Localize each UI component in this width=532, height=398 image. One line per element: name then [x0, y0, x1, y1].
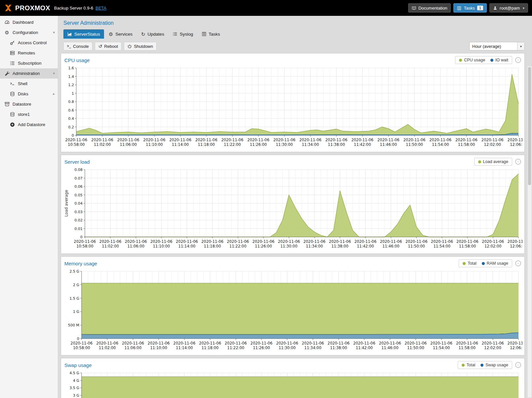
svg-text:2020-11-06: 2020-11-06	[143, 138, 165, 142]
svg-text:2020-11-06: 2020-11-06	[227, 239, 249, 244]
svg-text:2020-11-06: 2020-11-06	[302, 341, 324, 346]
svg-text:0.6: 0.6	[68, 108, 74, 113]
sidebar-item-store1[interactable]: store1	[0, 109, 58, 119]
svg-text:2020-11-06: 2020-11-06	[329, 239, 351, 244]
collapse-icon[interactable]: −	[515, 362, 521, 368]
svg-text:2020-11-06: 2020-11-06	[225, 341, 247, 346]
chart-legend: CPU usage IO wait	[455, 56, 512, 64]
power-icon	[127, 44, 132, 49]
svg-text:11:14:00: 11:14:00	[178, 244, 195, 249]
svg-text:11:46:00: 11:46:00	[380, 142, 397, 147]
svg-text:2020-11-06: 2020-11-06	[169, 138, 192, 142]
svg-text:2020-11-06: 2020-11-06	[148, 341, 170, 346]
server-load-panel: Server load Load average − 00.010.020.03…	[61, 155, 525, 254]
svg-text:11:46:00: 11:46:00	[381, 346, 399, 350]
terminal-icon	[9, 81, 15, 86]
legend-item: CPU usage	[459, 58, 485, 62]
sidebar-item-add-datastore[interactable]: Add Datastore	[0, 119, 58, 130]
sidebar-item-access-control[interactable]: Access Control	[0, 38, 58, 48]
svg-text:11:02:00: 11:02:00	[102, 244, 119, 249]
tab-serverstatus[interactable]: ServerStatus	[63, 29, 104, 39]
vertical-scrollbar[interactable]	[527, 66, 532, 398]
collapse-icon[interactable]: −	[515, 57, 521, 63]
tab-updates[interactable]: ↻ Updates	[137, 29, 168, 39]
svg-text:2020-11-06: 2020-11-06	[125, 239, 147, 244]
sidebar-item-datastore[interactable]: Datastore	[0, 99, 58, 109]
sidebar-item-shell[interactable]: Shell	[0, 79, 58, 89]
panel-header: Memory usage Total RAM usage −	[61, 257, 524, 269]
shutdown-button[interactable]: Shutdown	[124, 42, 157, 50]
svg-text:11:58:00: 11:58:00	[458, 142, 475, 147]
collapse-icon[interactable]: −	[515, 260, 521, 266]
svg-text:11:06:00: 11:06:00	[127, 244, 145, 249]
svg-text:3 G: 3 G	[73, 393, 79, 398]
console-icon: >_	[67, 45, 71, 48]
legend-dot	[459, 59, 462, 62]
svg-text:11:58:00: 11:58:00	[459, 346, 476, 350]
sidebar-item-administration[interactable]: Administration ▾	[0, 68, 58, 79]
svg-text:2020-11-06: 2020-11-06	[431, 239, 453, 244]
tasks-button[interactable]: Tasks 1	[453, 3, 487, 13]
legend-item: RAM usage	[482, 261, 508, 266]
svg-text:11:10:00: 11:10:00	[153, 244, 170, 249]
svg-text:11:50:00: 11:50:00	[407, 346, 424, 350]
svg-text:11:30:00: 11:30:00	[279, 346, 296, 350]
svg-text:11:42:00: 11:42:00	[356, 346, 373, 350]
main-content: Server Administration ServerStatus ⚙ Ser…	[58, 16, 532, 398]
reboot-button[interactable]: ↺ Reboot	[95, 42, 122, 50]
tab-services[interactable]: ⚙ Services	[105, 29, 136, 39]
gauge-icon	[4, 20, 10, 25]
svg-text:11:26:00: 11:26:00	[250, 142, 267, 147]
scrollbar-thumb[interactable]	[528, 67, 531, 185]
svg-text:2020-11-06: 2020-11-06	[482, 239, 504, 244]
timeframe-select[interactable]: Hour (average) ▾	[469, 42, 525, 50]
sidebar-item-disks[interactable]: Disks ▸	[0, 89, 58, 99]
svg-text:2020-11-06: 2020-11-06	[456, 239, 479, 244]
panel-title: CPU usage	[64, 57, 455, 63]
svg-text:2020-11-06: 2020-11-06	[380, 239, 402, 244]
svg-text:11:34:00: 11:34:00	[302, 142, 319, 147]
svg-text:11:22:00: 11:22:00	[230, 244, 247, 249]
svg-text:2020-11-06: 2020-11-06	[99, 239, 122, 244]
svg-text:1.4: 1.4	[68, 75, 74, 79]
sidebar-item-remotes[interactable]: Remotes	[0, 48, 58, 58]
sidebar-item-subscription[interactable]: Subscription	[0, 58, 58, 68]
tab-syslog[interactable]: Syslog	[169, 29, 197, 39]
svg-text:0.04: 0.04	[75, 201, 83, 206]
svg-text:4.5 G: 4.5 G	[69, 371, 79, 375]
chart-legend: Total Swap usage	[458, 361, 512, 369]
legend-item: Swap usage	[480, 363, 508, 367]
svg-text:0.8: 0.8	[68, 100, 74, 104]
legend-item: IO wait	[490, 58, 508, 62]
svg-text:1.2: 1.2	[68, 83, 74, 87]
add-icon	[9, 122, 15, 127]
svg-text:2020-11-06: 2020-11-06	[250, 341, 272, 346]
documentation-button[interactable]: Documentation	[408, 3, 451, 13]
beta-link[interactable]: BETA	[95, 6, 106, 11]
svg-text:11:42:00: 11:42:00	[354, 142, 371, 147]
reboot-icon: ↺	[98, 44, 102, 49]
remotes-icon	[9, 50, 15, 56]
user-menu-button[interactable]: root@pam ▾	[489, 3, 528, 13]
svg-text:10:58:00: 10:58:00	[68, 142, 85, 147]
chevron-down-icon: ▾	[53, 30, 55, 35]
legend-dot	[463, 262, 466, 265]
svg-text:11:50:00: 11:50:00	[406, 142, 423, 147]
collapse-icon[interactable]: −	[515, 159, 521, 165]
svg-text:11:14:00: 11:14:00	[172, 142, 189, 147]
database-icon	[9, 112, 15, 117]
chart-area-icon	[67, 32, 72, 36]
svg-text:0: 0	[80, 235, 83, 239]
svg-text:11:02:00: 11:02:00	[99, 346, 116, 350]
tab-tasks[interactable]: Tasks	[198, 29, 224, 39]
sidebar-item-configuration[interactable]: ⚙ Configuration ▾	[0, 27, 58, 38]
console-button[interactable]: >_ Console	[63, 42, 92, 50]
svg-text:2020-11-06: 2020-11-06	[379, 341, 401, 346]
svg-text:2020-11-06: 2020-11-06	[117, 138, 139, 142]
svg-text:1.5 G: 1.5 G	[69, 296, 79, 301]
sidebar: Dashboard ⚙ Configuration ▾ Access Contr…	[0, 16, 58, 398]
svg-text:11:34:00: 11:34:00	[304, 346, 322, 350]
cpu-usage-panel: CPU usage CPU usage IO wait − 00.20.40.6…	[61, 53, 525, 152]
sidebar-item-dashboard[interactable]: Dashboard	[0, 17, 58, 27]
legend-dot	[482, 262, 485, 265]
